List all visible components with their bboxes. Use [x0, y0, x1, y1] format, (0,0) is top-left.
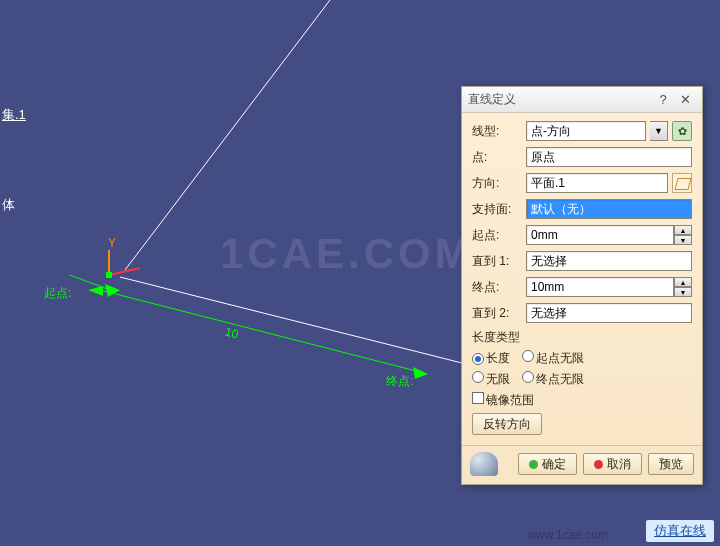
input-end-value: 10mm — [531, 280, 564, 294]
radio-end-inf[interactable]: 终点无限 — [522, 371, 584, 388]
radio-row-2: 无限 终点无限 — [472, 371, 692, 388]
help-button[interactable]: ? — [652, 91, 674, 109]
svg-line-1 — [120, 277, 462, 363]
bottom-link[interactable]: 仿真在线 — [646, 520, 714, 542]
viewport-3d[interactable]: 集.1 体 起点: Y 10 终点: 1CAE.COM www.1cae.com… — [0, 0, 720, 546]
input-upto2-value: 无选择 — [531, 305, 567, 322]
input-support[interactable]: 默认（无） — [526, 199, 692, 219]
radio-inf-label: 无限 — [486, 372, 510, 386]
radio-start-inf-label: 起点无限 — [536, 351, 584, 365]
ok-button-label: 确定 — [542, 456, 566, 473]
start-point-label: 起点: — [44, 285, 71, 302]
spinner-start: ▲ ▼ — [674, 225, 692, 245]
label-end: 终点: — [472, 279, 522, 296]
dimension-value: 10 — [224, 325, 240, 342]
input-point-value: 原点 — [531, 149, 555, 166]
input-end[interactable]: 10mm — [526, 277, 674, 297]
label-upto2: 直到 2: — [472, 305, 522, 322]
spin-down-end[interactable]: ▼ — [674, 287, 692, 297]
label-upto1: 直到 1: — [472, 253, 522, 270]
reverse-direction-label: 反转方向 — [483, 416, 531, 433]
input-upto2[interactable]: 无选择 — [526, 303, 692, 323]
label-point: 点: — [472, 149, 522, 166]
row-support: 支持面: 默认（无） — [472, 199, 692, 219]
watermark-url: www.1cae.com — [527, 528, 608, 542]
close-button[interactable]: ✕ — [674, 91, 696, 109]
dialog-footer: 确定 取消 预览 — [462, 445, 702, 484]
end-point-label: 终点: — [386, 373, 413, 390]
dialog-titlebar[interactable]: 直线定义 ? ✕ — [462, 87, 702, 113]
tree-item-body[interactable]: 体 — [2, 196, 15, 214]
radio-inf[interactable]: 无限 — [472, 371, 510, 388]
cancel-button[interactable]: 取消 — [583, 453, 642, 475]
svg-rect-6 — [106, 272, 112, 278]
ok-button[interactable]: 确定 — [518, 453, 577, 475]
svg-line-0 — [125, 0, 330, 270]
plane-icon[interactable] — [672, 173, 692, 193]
watermark-center: 1CAE.COM — [220, 230, 474, 278]
dropdown-line-type[interactable]: ▼ — [650, 121, 668, 141]
formula-icon[interactable]: ✿ — [672, 121, 692, 141]
spin-down-start[interactable]: ▼ — [674, 235, 692, 245]
radio-length-label: 长度 — [486, 351, 510, 365]
input-support-value: 默认（无） — [531, 201, 591, 218]
tree-item-set1[interactable]: 集.1 — [2, 106, 26, 124]
input-direction-value: 平面.1 — [531, 175, 565, 192]
radio-start-inf[interactable]: 起点无限 — [522, 350, 584, 367]
row-line-type: 线型: 点-方向 ▼ ✿ — [472, 121, 692, 141]
svg-line-2 — [70, 275, 110, 290]
axis-y-label: Y — [108, 236, 116, 250]
input-start[interactable]: 0mm — [526, 225, 674, 245]
input-upto1-value: 无选择 — [531, 253, 567, 270]
select-line-type-value: 点-方向 — [531, 123, 571, 140]
input-upto1[interactable]: 无选择 — [526, 251, 692, 271]
row-point: 点: 原点 — [472, 147, 692, 167]
spinner-end: ▲ ▼ — [674, 277, 692, 297]
input-start-value: 0mm — [531, 228, 558, 242]
dialog-body: 线型: 点-方向 ▼ ✿ 点: 原点 方向: 平面.1 支持面: 默认（无） 起… — [462, 113, 702, 445]
length-type-label: 长度类型 — [472, 329, 692, 346]
label-support: 支持面: — [472, 201, 522, 218]
radio-end-inf-label: 终点无限 — [536, 372, 584, 386]
radio-row-1: 长度 起点无限 — [472, 350, 692, 367]
row-upto1: 直到 1: 无选择 — [472, 251, 692, 271]
row-upto2: 直到 2: 无选择 — [472, 303, 692, 323]
label-direction: 方向: — [472, 175, 522, 192]
mirror-row: 镜像范围 — [472, 392, 692, 409]
input-point[interactable]: 原点 — [526, 147, 692, 167]
reverse-direction-button[interactable]: 反转方向 — [472, 413, 542, 435]
dialog-title: 直线定义 — [468, 91, 652, 108]
radio-length[interactable]: 长度 — [472, 350, 510, 367]
row-direction: 方向: 平面.1 — [472, 173, 692, 193]
preview-button-label: 预览 — [659, 456, 683, 473]
globe-icon[interactable] — [470, 452, 498, 476]
preview-button[interactable]: 预览 — [648, 453, 694, 475]
checkbox-mirror[interactable]: 镜像范围 — [472, 392, 534, 409]
checkbox-mirror-label: 镜像范围 — [486, 393, 534, 407]
svg-line-3 — [100, 290, 420, 372]
row-start: 起点: 0mm ▲ ▼ — [472, 225, 692, 245]
spin-up-start[interactable]: ▲ — [674, 225, 692, 235]
label-line-type: 线型: — [472, 123, 522, 140]
input-direction[interactable]: 平面.1 — [526, 173, 668, 193]
select-line-type[interactable]: 点-方向 — [526, 121, 646, 141]
line-definition-dialog: 直线定义 ? ✕ 线型: 点-方向 ▼ ✿ 点: 原点 方向: 平面.1 支持面… — [461, 86, 703, 485]
label-start: 起点: — [472, 227, 522, 244]
spin-up-end[interactable]: ▲ — [674, 277, 692, 287]
cancel-button-label: 取消 — [607, 456, 631, 473]
svg-line-5 — [109, 268, 140, 275]
row-end: 终点: 10mm ▲ ▼ — [472, 277, 692, 297]
